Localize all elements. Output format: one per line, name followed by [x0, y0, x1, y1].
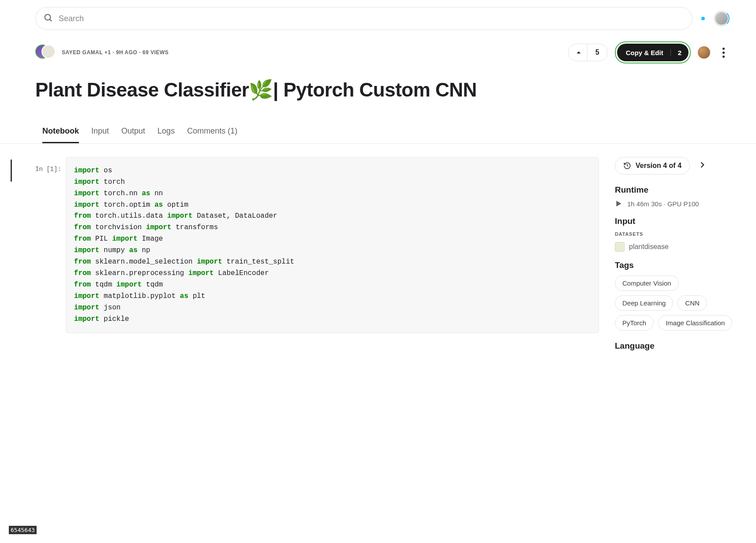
dataset-thumb-icon: [615, 242, 625, 252]
dataset-name: plantdisease: [629, 243, 669, 251]
code-line: from PIL import Image: [74, 234, 591, 245]
code-line: from torchvision import transforms: [74, 222, 591, 234]
tags-wrap: Computer VisionDeep LearningCNNPyTorchIm…: [615, 275, 738, 331]
code-line: import torch.nn as nn: [74, 188, 591, 200]
datasets-label: DATASETS: [615, 231, 738, 237]
history-icon: [623, 162, 631, 170]
tab-notebook[interactable]: Notebook: [42, 122, 79, 143]
more-menu-button[interactable]: [717, 48, 730, 58]
tag-pill[interactable]: CNN: [677, 295, 707, 311]
copy-edit-label: Copy & Edit: [617, 49, 671, 56]
medal-bronze-icon[interactable]: [698, 46, 710, 59]
author-avatars[interactable]: [35, 45, 55, 60]
sidebar: Version 4 of 4 Runtime 1h 46m 30s · GPU …: [615, 157, 738, 356]
input-heading: Input: [615, 216, 738, 226]
svg-line-1: [50, 19, 52, 21]
upvote-box: 5: [568, 44, 608, 61]
copy-edit-highlight: Copy & Edit 2: [615, 41, 691, 63]
code-line: import torch.optim as optim: [74, 200, 591, 211]
upvote-button[interactable]: [569, 44, 588, 61]
code-line: from torch.utils.data import Dataset, Da…: [74, 211, 591, 222]
code-line: import matplotlib.pyplot as plt: [74, 291, 591, 302]
tag-pill[interactable]: PyTorch: [615, 315, 654, 331]
language-heading: Language: [615, 341, 738, 351]
code-cell[interactable]: import osimport torchimport torch.nn as …: [66, 157, 599, 334]
runtime-heading: Runtime: [615, 185, 738, 195]
tab-input[interactable]: Input: [91, 122, 109, 143]
code-line: import os: [74, 165, 591, 177]
version-label: Version 4 of 4: [636, 162, 681, 170]
dot-icon: [722, 56, 725, 58]
svg-point-0: [45, 15, 51, 20]
cell-prompt: In [1]:: [35, 157, 61, 173]
runtime-info: 1h 46m 30s · GPU P100: [615, 200, 738, 208]
dot-icon: [722, 52, 725, 54]
code-line: from tqdm import tqdm: [74, 279, 591, 291]
search-icon: [43, 13, 53, 24]
dot-icon: [722, 48, 725, 50]
code-line: import json: [74, 302, 591, 314]
tag-pill[interactable]: Image Classification: [658, 315, 732, 331]
copy-edit-button[interactable]: Copy & Edit 2: [617, 44, 689, 61]
page-title: Plant Disease Classifier🌿| Pytorch Custo…: [35, 78, 730, 102]
tag-pill[interactable]: Deep Learning: [615, 295, 673, 311]
code-line: import pickle: [74, 314, 591, 325]
tags-heading: Tags: [615, 260, 738, 270]
copy-edit-count: 2: [671, 49, 689, 56]
tab-output[interactable]: Output: [121, 122, 145, 143]
tabs: Notebook Input Output Logs Comments (1): [0, 106, 756, 144]
tag-pill[interactable]: Computer Vision: [615, 275, 679, 291]
svg-marker-2: [617, 201, 621, 206]
user-avatar[interactable]: [714, 11, 730, 26]
notebook-meta: SAYED GAMAL +1 · 9H AGO · 69 VIEWS: [62, 49, 168, 56]
runtime-text: 1h 46m 30s · GPU P100: [627, 200, 699, 208]
chevron-right-icon: [698, 160, 707, 169]
view-count: 69 VIEWS: [142, 49, 168, 56]
search-input[interactable]: [35, 7, 692, 30]
chevron-right-button[interactable]: [698, 160, 707, 171]
code-line: import numpy as np: [74, 245, 591, 257]
time-ago: 9H AGO: [116, 49, 138, 56]
code-line: import torch: [74, 177, 591, 188]
dataset-item[interactable]: plantdisease: [615, 242, 738, 252]
code-line: from sklearn.preprocessing import LabelE…: [74, 268, 591, 279]
author-avatar-icon: [41, 45, 56, 59]
play-icon: [615, 200, 622, 207]
upvote-count: 5: [588, 48, 607, 56]
scroll-indicator[interactable]: [11, 160, 12, 182]
author-name[interactable]: SAYED GAMAL +1: [62, 49, 111, 56]
tab-logs[interactable]: Logs: [157, 122, 175, 143]
tab-comments[interactable]: Comments (1): [187, 122, 237, 143]
caret-up-icon: [576, 49, 582, 56]
notification-dot-icon[interactable]: [701, 17, 705, 20]
version-selector[interactable]: Version 4 of 4: [615, 157, 690, 175]
code-line: from sklearn.model_selection import trai…: [74, 257, 591, 268]
search-wrapper: [35, 7, 692, 30]
